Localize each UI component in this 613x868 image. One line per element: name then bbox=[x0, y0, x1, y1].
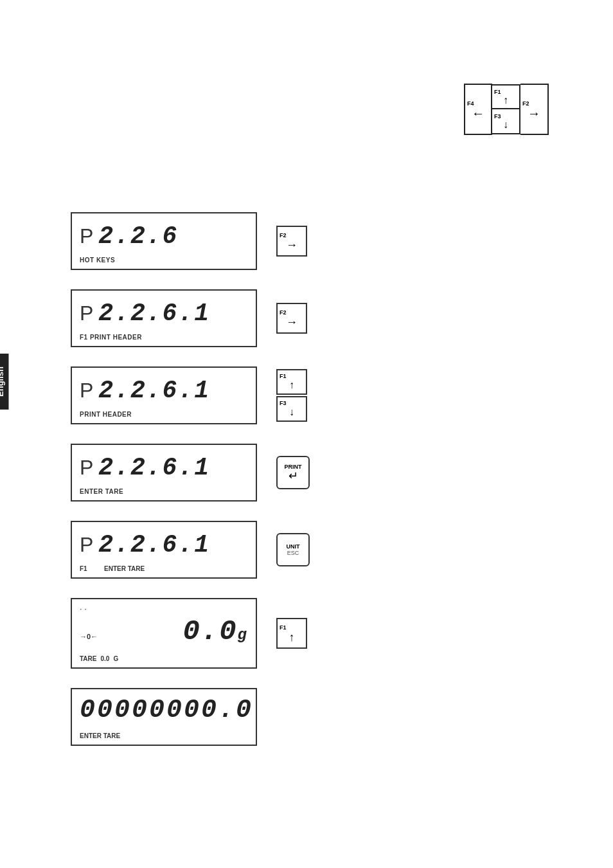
lcd-tare-panel: · · 0.0 g →0← TARE 0.0 G bbox=[71, 598, 257, 669]
lcd-p-prefix-3: P bbox=[80, 379, 93, 402]
lcd-p-prefix-4: P bbox=[80, 456, 93, 480]
row-f1-enter-tare: P 2.2.6.1 F1 ENTER TARE UNIT ESC bbox=[71, 521, 587, 579]
lcd-r5-label-right: ENTER TARE bbox=[104, 565, 145, 572]
key-print-enter[interactable]: PRINT ↵ bbox=[276, 456, 310, 489]
key-unit-label: UNIT bbox=[287, 543, 300, 550]
nav-f4-key: F4 ← bbox=[464, 84, 492, 135]
row-hot-keys: P 2.2.6 HOT KEYS F2 → bbox=[71, 212, 587, 270]
nav-f3-key: F3 ↓ bbox=[492, 109, 520, 134]
f1-arrow: ↑ bbox=[503, 95, 508, 105]
key-f1-up[interactable]: F1 ↑ bbox=[276, 369, 307, 395]
enter-tare-zeros-label: ENTER TARE bbox=[80, 732, 120, 739]
language-tab: English bbox=[0, 354, 9, 410]
tare-g-label: G bbox=[113, 655, 118, 662]
f3-label: F3 bbox=[494, 113, 501, 120]
tare-label: TARE bbox=[80, 655, 96, 662]
row-enter-tare-zeros: 00000000.0 ENTER TARE bbox=[71, 688, 587, 746]
f4-arrow: ← bbox=[472, 107, 484, 120]
enter-tare-zeros-value: 00000000.0 bbox=[80, 696, 248, 725]
row-tare-display: · · 0.0 g →0← TARE 0.0 G F1 ↑ bbox=[71, 598, 587, 669]
tare-unit-g: g bbox=[238, 626, 247, 644]
tare-amount: 0.0 bbox=[100, 655, 109, 662]
lcd-2261-r4-label: ENTER TARE bbox=[80, 488, 123, 495]
key-f2-arrow-1: → bbox=[286, 239, 298, 252]
lcd-2261-r2-value: 2.2.6.1 bbox=[98, 300, 210, 327]
lcd-2261-r4-value: 2.2.6.1 bbox=[98, 454, 210, 482]
lcd-enter-tare-zeros: 00000000.0 ENTER TARE bbox=[71, 688, 257, 746]
lcd-226-label: HOT KEYS bbox=[80, 257, 115, 264]
lcd-r5-label-left: F1 bbox=[80, 565, 87, 572]
key-print-arrow: ↵ bbox=[289, 470, 298, 482]
tare-bottom-label: TARE 0.0 G bbox=[80, 655, 118, 662]
main-content: P 2.2.6 HOT KEYS F2 → P 2.2.6.1 F1 PRINT… bbox=[71, 212, 587, 746]
lcd-p-prefix-5: P bbox=[80, 533, 93, 557]
row-f1-print-header: P 2.2.6.1 F1 PRINT HEADER F2 → bbox=[71, 289, 587, 347]
lcd-2261-r4: P 2.2.6.1 ENTER TARE bbox=[71, 444, 257, 502]
key-f1-up-r6[interactable]: F1 ↑ bbox=[276, 618, 307, 649]
lcd-2261-r3-value: 2.2.6.1 bbox=[98, 377, 210, 404]
key-f3-label: F3 bbox=[280, 400, 287, 406]
row-enter-tare-print: P 2.2.6.1 ENTER TARE PRINT ↵ bbox=[71, 444, 587, 502]
f2-arrow: → bbox=[528, 107, 540, 120]
key-f1-arrow: ↑ bbox=[289, 379, 294, 391]
page-container: English F4 ← F1 ↑ F3 ↓ F2 bbox=[0, 0, 613, 868]
nav-f1-key: F1 ↑ bbox=[492, 84, 520, 109]
f3-arrow: ↓ bbox=[503, 120, 508, 130]
tare-dots: · · bbox=[80, 604, 248, 613]
tare-main-value: 0.0 bbox=[182, 615, 237, 647]
keys-f1-f3: F1 ↑ F3 ↓ bbox=[276, 369, 307, 422]
key-f2-arrow-2: → bbox=[286, 316, 298, 329]
lcd-226-value: 2.2.6 bbox=[98, 222, 178, 250]
lcd-2261-r2-label: F1 PRINT HEADER bbox=[80, 334, 142, 341]
key-f2-label-1: F2 bbox=[280, 232, 287, 239]
key-f2-right-1[interactable]: F2 → bbox=[276, 226, 307, 257]
key-f1-label-r6: F1 bbox=[280, 624, 287, 631]
lcd-2261-r5-value: 2.2.6.1 bbox=[98, 531, 210, 559]
lcd-p-prefix: P bbox=[80, 224, 93, 248]
lcd-p-prefix-2: P bbox=[80, 302, 93, 325]
nav-keys-diagram: F4 ← F1 ↑ F3 ↓ F2 → bbox=[464, 84, 549, 135]
lcd-2261-r3-label: PRINT HEADER bbox=[80, 411, 132, 418]
zero-indicator: →0← bbox=[80, 633, 98, 640]
tare-value-container: 0.0 g bbox=[182, 615, 247, 647]
f1-label: F1 bbox=[494, 89, 501, 95]
key-unit-esc[interactable]: UNIT ESC bbox=[276, 533, 310, 566]
key-f1-label: F1 bbox=[280, 373, 287, 379]
key-f3-down[interactable]: F3 ↓ bbox=[276, 396, 307, 422]
key-esc-label: ESC bbox=[287, 550, 299, 556]
nav-f2-key: F2 → bbox=[520, 84, 549, 135]
key-f1-arrow-r6: ↑ bbox=[289, 631, 295, 644]
lcd-226: P 2.2.6 HOT KEYS bbox=[71, 212, 257, 270]
key-f2-right-2[interactable]: F2 → bbox=[276, 303, 307, 334]
key-f2-label-2: F2 bbox=[280, 309, 287, 316]
lcd-2261-r3: P 2.2.6.1 PRINT HEADER bbox=[71, 366, 257, 424]
key-f3-arrow: ↓ bbox=[289, 406, 294, 418]
row-print-header: P 2.2.6.1 PRINT HEADER F1 ↑ F3 ↓ bbox=[71, 366, 587, 424]
lcd-2261-r2: P 2.2.6.1 F1 PRINT HEADER bbox=[71, 289, 257, 347]
lcd-2261-r5: P 2.2.6.1 F1 ENTER TARE bbox=[71, 521, 257, 579]
